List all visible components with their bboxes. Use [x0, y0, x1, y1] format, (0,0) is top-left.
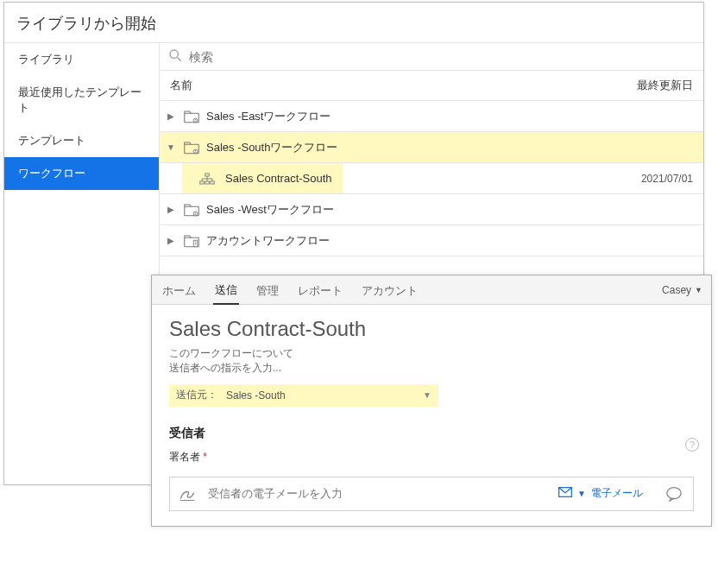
expander-icon[interactable]: ▶	[163, 236, 179, 245]
tab-label: レポート	[298, 284, 343, 297]
item-row-sales-contract-south[interactable]: Sales Contract-South 2021/07/01	[160, 163, 703, 194]
sidebar-item-templates[interactable]: テンプレート	[4, 124, 159, 157]
expander-icon[interactable]: ▼	[163, 142, 179, 152]
tab-account[interactable]: アカウント	[360, 276, 419, 304]
group-folder-icon	[184, 110, 201, 123]
expander-icon[interactable]: ▶	[163, 205, 179, 214]
group-folder-icon	[184, 141, 201, 155]
chevron-down-icon: ▼	[695, 286, 702, 294]
send-from-label: 送信元：	[176, 388, 217, 402]
sidebar-item-label: テンプレート	[18, 134, 85, 147]
delivery-method-label: 電子メール	[591, 486, 643, 501]
column-headers: 名前 最終更新日	[160, 71, 703, 101]
group-row-sales-west[interactable]: ▶ Sales -Westワークフロー	[160, 194, 703, 225]
tab-label: 送信	[215, 283, 237, 296]
user-name: Casey	[662, 284, 691, 296]
tab-home[interactable]: ホーム	[161, 276, 198, 304]
delivery-method-selector[interactable]: ▼ 電子メール	[558, 486, 643, 501]
sidebar-item-workflows[interactable]: ワークフロー	[4, 157, 159, 190]
group-label: アカウントワークフロー	[206, 233, 693, 249]
svg-line-1	[178, 58, 181, 61]
sidebar-item-label: 最近使用したテンプレート	[18, 85, 142, 114]
tab-label: ホーム	[162, 284, 196, 297]
sidebar-item-library[interactable]: ライブラリ	[4, 43, 159, 76]
group-row-account[interactable]: ▶ アカウントワークフロー	[160, 225, 703, 256]
svg-point-19	[195, 212, 197, 214]
message-icon[interactable]	[665, 486, 684, 502]
chevron-down-icon: ▼	[423, 390, 431, 400]
recipient-email-row: ▼ 電子メール	[169, 477, 694, 511]
required-marker: *	[203, 451, 207, 463]
group-label: Sales -Southワークフロー	[206, 140, 693, 155]
group-row-sales-south[interactable]: ▼ Sales -Southワークフロー	[160, 132, 703, 163]
send-from-selector[interactable]: 送信元： Sales -South ▼	[169, 384, 438, 407]
svg-rect-11	[211, 181, 215, 184]
send-from-value: Sales -South	[226, 389, 286, 401]
svg-rect-8	[205, 174, 210, 176]
signer-pen-icon[interactable]	[179, 485, 198, 503]
tab-send[interactable]: 送信	[213, 275, 239, 305]
sidebar-item-label: ワークフロー	[18, 167, 85, 180]
window2-body: Sales Contract-South このワークフローについて 送信者への指…	[152, 305, 711, 526]
svg-rect-9	[200, 181, 205, 184]
sidebar-item-label: ライブラリ	[18, 53, 74, 66]
svg-rect-10	[205, 181, 210, 184]
group-folder-icon	[184, 203, 201, 217]
recipient-email-input[interactable]	[208, 487, 548, 500]
svg-point-27	[667, 487, 681, 498]
tree: ▶ Sales -Eastワークフロー ▼ Sales -Southワークフロー	[160, 101, 703, 256]
chevron-down-icon: ▼	[577, 489, 586, 498]
sidebar-item-recent-templates[interactable]: 最近使用したテンプレート	[4, 76, 159, 124]
tab-bar: ホーム 送信 管理 レポート アカウント Casey ▼	[152, 275, 711, 305]
sidebar: ライブラリ 最近使用したテンプレート テンプレート ワークフロー	[4, 43, 160, 486]
item-label: Sales Contract-South	[225, 172, 332, 185]
user-menu[interactable]: Casey ▼	[662, 284, 702, 296]
workflow-icon	[199, 173, 217, 185]
workflow-desc-2: 送信者への指示を入力...	[169, 361, 694, 376]
item-date: 2021/07/01	[641, 173, 693, 185]
expander-icon[interactable]: ▶	[163, 111, 179, 121]
help-icon[interactable]: ?	[685, 438, 699, 452]
tab-reports[interactable]: レポート	[296, 276, 344, 304]
group-label: Sales -Eastワークフロー	[206, 109, 693, 124]
tab-label: アカウント	[362, 284, 418, 297]
tab-label: 管理	[256, 284, 279, 297]
column-updated-header[interactable]: 最終更新日	[637, 78, 693, 93]
tab-manage[interactable]: 管理	[255, 276, 280, 304]
svg-point-0	[170, 50, 178, 58]
workflow-title: Sales Contract-South	[169, 317, 694, 341]
signer-label: 署名者	[169, 451, 200, 463]
search-input[interactable]	[189, 50, 695, 64]
group-row-sales-east[interactable]: ▶ Sales -Eastワークフロー	[160, 101, 703, 132]
send-workflow-window: ホーム 送信 管理 レポート アカウント Casey ▼ Sales Contr…	[151, 275, 712, 527]
recipients-heading: 受信者	[169, 426, 694, 441]
group-label: Sales -Westワークフロー	[206, 202, 693, 218]
search-row	[160, 43, 703, 71]
dialog-title: ライブラリから開始	[4, 3, 703, 42]
building-folder-icon	[184, 234, 201, 248]
svg-point-4	[195, 119, 197, 121]
svg-point-7	[195, 150, 197, 152]
signer-label-row: 署名者 *	[169, 450, 694, 465]
column-name-header[interactable]: 名前	[170, 78, 192, 93]
search-icon	[168, 48, 182, 65]
envelope-icon	[558, 487, 572, 500]
workflow-desc-1: このワークフローについて	[169, 346, 694, 361]
